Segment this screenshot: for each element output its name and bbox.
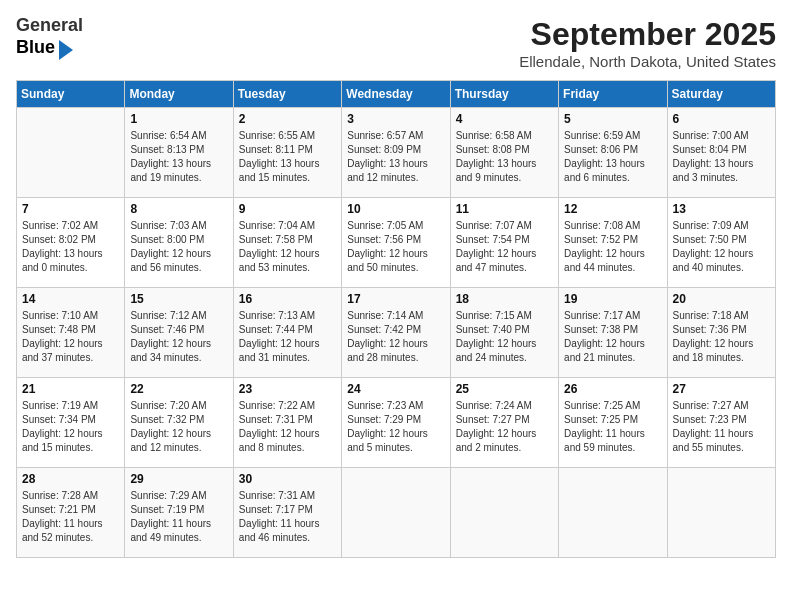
day-info: Sunrise: 7:05 AMSunset: 7:56 PMDaylight:…	[347, 219, 444, 275]
day-info: Sunrise: 7:17 AMSunset: 7:38 PMDaylight:…	[564, 309, 661, 365]
day-number: 16	[239, 292, 336, 306]
day-number: 9	[239, 202, 336, 216]
header-cell-saturday: Saturday	[667, 81, 775, 108]
header-cell-friday: Friday	[559, 81, 667, 108]
day-number: 2	[239, 112, 336, 126]
day-number: 26	[564, 382, 661, 396]
day-number: 4	[456, 112, 553, 126]
day-number: 13	[673, 202, 770, 216]
header-row: SundayMondayTuesdayWednesdayThursdayFrid…	[17, 81, 776, 108]
calendar-cell: 7Sunrise: 7:02 AMSunset: 8:02 PMDaylight…	[17, 198, 125, 288]
calendar-cell: 22Sunrise: 7:20 AMSunset: 7:32 PMDayligh…	[125, 378, 233, 468]
day-info: Sunrise: 6:59 AMSunset: 8:06 PMDaylight:…	[564, 129, 661, 185]
calendar-cell: 8Sunrise: 7:03 AMSunset: 8:00 PMDaylight…	[125, 198, 233, 288]
day-info: Sunrise: 7:27 AMSunset: 7:23 PMDaylight:…	[673, 399, 770, 455]
day-info: Sunrise: 7:09 AMSunset: 7:50 PMDaylight:…	[673, 219, 770, 275]
week-row-1: 1Sunrise: 6:54 AMSunset: 8:13 PMDaylight…	[17, 108, 776, 198]
day-number: 19	[564, 292, 661, 306]
logo-arrow-icon	[59, 40, 73, 60]
day-info: Sunrise: 7:13 AMSunset: 7:44 PMDaylight:…	[239, 309, 336, 365]
page-header: General Blue September 2025 Ellendale, N…	[16, 16, 776, 70]
logo-general: General	[16, 15, 83, 35]
calendar-cell: 24Sunrise: 7:23 AMSunset: 7:29 PMDayligh…	[342, 378, 450, 468]
day-number: 28	[22, 472, 119, 486]
week-row-3: 14Sunrise: 7:10 AMSunset: 7:48 PMDayligh…	[17, 288, 776, 378]
day-number: 6	[673, 112, 770, 126]
calendar-cell: 4Sunrise: 6:58 AMSunset: 8:08 PMDaylight…	[450, 108, 558, 198]
calendar-cell: 1Sunrise: 6:54 AMSunset: 8:13 PMDaylight…	[125, 108, 233, 198]
calendar-cell: 3Sunrise: 6:57 AMSunset: 8:09 PMDaylight…	[342, 108, 450, 198]
calendar-cell: 26Sunrise: 7:25 AMSunset: 7:25 PMDayligh…	[559, 378, 667, 468]
header-cell-tuesday: Tuesday	[233, 81, 341, 108]
day-number: 1	[130, 112, 227, 126]
calendar-cell: 15Sunrise: 7:12 AMSunset: 7:46 PMDayligh…	[125, 288, 233, 378]
calendar-cell: 27Sunrise: 7:27 AMSunset: 7:23 PMDayligh…	[667, 378, 775, 468]
day-number: 25	[456, 382, 553, 396]
calendar-cell: 2Sunrise: 6:55 AMSunset: 8:11 PMDaylight…	[233, 108, 341, 198]
calendar-cell: 11Sunrise: 7:07 AMSunset: 7:54 PMDayligh…	[450, 198, 558, 288]
day-info: Sunrise: 7:22 AMSunset: 7:31 PMDaylight:…	[239, 399, 336, 455]
day-info: Sunrise: 7:28 AMSunset: 7:21 PMDaylight:…	[22, 489, 119, 545]
day-info: Sunrise: 7:12 AMSunset: 7:46 PMDaylight:…	[130, 309, 227, 365]
day-number: 10	[347, 202, 444, 216]
calendar-cell: 16Sunrise: 7:13 AMSunset: 7:44 PMDayligh…	[233, 288, 341, 378]
day-number: 8	[130, 202, 227, 216]
day-number: 7	[22, 202, 119, 216]
logo-blue: Blue	[16, 38, 55, 58]
day-info: Sunrise: 7:15 AMSunset: 7:40 PMDaylight:…	[456, 309, 553, 365]
header-cell-thursday: Thursday	[450, 81, 558, 108]
calendar-cell	[667, 468, 775, 558]
day-info: Sunrise: 7:23 AMSunset: 7:29 PMDaylight:…	[347, 399, 444, 455]
day-number: 5	[564, 112, 661, 126]
day-info: Sunrise: 6:54 AMSunset: 8:13 PMDaylight:…	[130, 129, 227, 185]
day-info: Sunrise: 7:07 AMSunset: 7:54 PMDaylight:…	[456, 219, 553, 275]
calendar-cell: 29Sunrise: 7:29 AMSunset: 7:19 PMDayligh…	[125, 468, 233, 558]
day-info: Sunrise: 7:10 AMSunset: 7:48 PMDaylight:…	[22, 309, 119, 365]
calendar-cell: 6Sunrise: 7:00 AMSunset: 8:04 PMDaylight…	[667, 108, 775, 198]
header-cell-sunday: Sunday	[17, 81, 125, 108]
day-info: Sunrise: 6:57 AMSunset: 8:09 PMDaylight:…	[347, 129, 444, 185]
header-cell-monday: Monday	[125, 81, 233, 108]
day-info: Sunrise: 7:08 AMSunset: 7:52 PMDaylight:…	[564, 219, 661, 275]
day-info: Sunrise: 6:55 AMSunset: 8:11 PMDaylight:…	[239, 129, 336, 185]
calendar-cell: 5Sunrise: 6:59 AMSunset: 8:06 PMDaylight…	[559, 108, 667, 198]
day-info: Sunrise: 7:14 AMSunset: 7:42 PMDaylight:…	[347, 309, 444, 365]
day-info: Sunrise: 7:02 AMSunset: 8:02 PMDaylight:…	[22, 219, 119, 275]
calendar-cell: 12Sunrise: 7:08 AMSunset: 7:52 PMDayligh…	[559, 198, 667, 288]
day-number: 18	[456, 292, 553, 306]
day-number: 22	[130, 382, 227, 396]
calendar-cell	[17, 108, 125, 198]
calendar-cell: 23Sunrise: 7:22 AMSunset: 7:31 PMDayligh…	[233, 378, 341, 468]
logo: General Blue	[16, 16, 83, 60]
day-number: 11	[456, 202, 553, 216]
location: Ellendale, North Dakota, United States	[519, 53, 776, 70]
calendar-cell: 10Sunrise: 7:05 AMSunset: 7:56 PMDayligh…	[342, 198, 450, 288]
day-info: Sunrise: 7:24 AMSunset: 7:27 PMDaylight:…	[456, 399, 553, 455]
calendar-cell: 14Sunrise: 7:10 AMSunset: 7:48 PMDayligh…	[17, 288, 125, 378]
calendar-cell	[559, 468, 667, 558]
day-info: Sunrise: 7:29 AMSunset: 7:19 PMDaylight:…	[130, 489, 227, 545]
day-number: 27	[673, 382, 770, 396]
day-info: Sunrise: 7:00 AMSunset: 8:04 PMDaylight:…	[673, 129, 770, 185]
day-info: Sunrise: 7:25 AMSunset: 7:25 PMDaylight:…	[564, 399, 661, 455]
calendar-cell: 25Sunrise: 7:24 AMSunset: 7:27 PMDayligh…	[450, 378, 558, 468]
day-info: Sunrise: 7:03 AMSunset: 8:00 PMDaylight:…	[130, 219, 227, 275]
day-number: 20	[673, 292, 770, 306]
week-row-5: 28Sunrise: 7:28 AMSunset: 7:21 PMDayligh…	[17, 468, 776, 558]
calendar-cell: 30Sunrise: 7:31 AMSunset: 7:17 PMDayligh…	[233, 468, 341, 558]
day-info: Sunrise: 7:31 AMSunset: 7:17 PMDaylight:…	[239, 489, 336, 545]
title-block: September 2025 Ellendale, North Dakota, …	[519, 16, 776, 70]
day-info: Sunrise: 7:04 AMSunset: 7:58 PMDaylight:…	[239, 219, 336, 275]
calendar-table: SundayMondayTuesdayWednesdayThursdayFrid…	[16, 80, 776, 558]
calendar-cell: 9Sunrise: 7:04 AMSunset: 7:58 PMDaylight…	[233, 198, 341, 288]
calendar-cell: 13Sunrise: 7:09 AMSunset: 7:50 PMDayligh…	[667, 198, 775, 288]
header-cell-wednesday: Wednesday	[342, 81, 450, 108]
day-number: 17	[347, 292, 444, 306]
day-number: 21	[22, 382, 119, 396]
calendar-cell: 18Sunrise: 7:15 AMSunset: 7:40 PMDayligh…	[450, 288, 558, 378]
day-info: Sunrise: 7:19 AMSunset: 7:34 PMDaylight:…	[22, 399, 119, 455]
calendar-cell	[450, 468, 558, 558]
day-number: 12	[564, 202, 661, 216]
calendar-cell: 19Sunrise: 7:17 AMSunset: 7:38 PMDayligh…	[559, 288, 667, 378]
day-info: Sunrise: 6:58 AMSunset: 8:08 PMDaylight:…	[456, 129, 553, 185]
